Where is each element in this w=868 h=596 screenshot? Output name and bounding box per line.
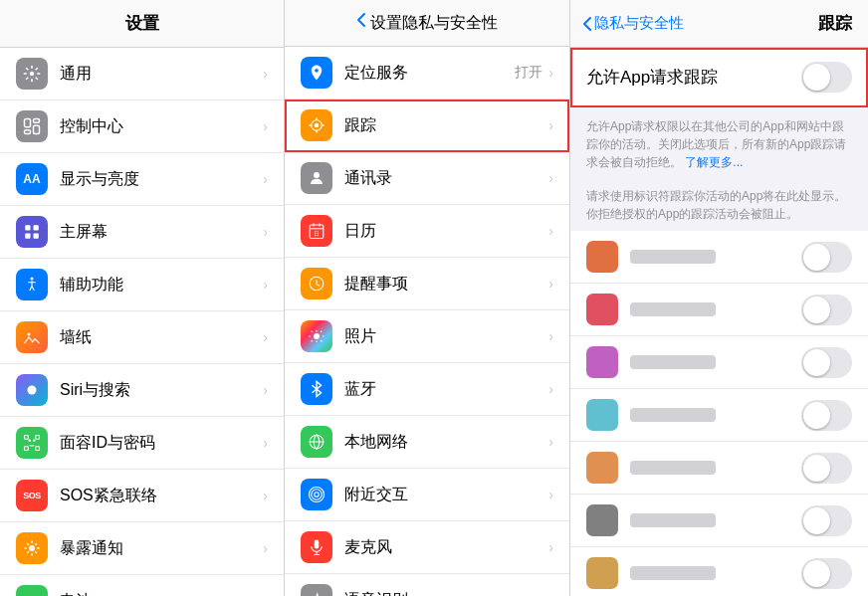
app5-icon	[586, 452, 618, 484]
general-chevron: ›	[263, 66, 268, 82]
app4-toggle[interactable]	[801, 400, 852, 431]
app7-toggle[interactable]	[801, 558, 852, 589]
bluetooth-chevron: ›	[548, 381, 553, 397]
general-label: 通用	[60, 64, 263, 85]
privacy-item-photos[interactable]: 照片 ›	[285, 310, 569, 363]
homescreen-label: 主屏幕	[60, 222, 263, 243]
app2-toggle[interactable]	[801, 295, 852, 325]
exposure-chevron: ›	[263, 540, 268, 556]
microphone-icon	[301, 531, 332, 563]
sidebar-item-control-center[interactable]: 控制中心 ›	[0, 100, 284, 153]
privacy-item-localnetwork[interactable]: 本地网络 ›	[285, 416, 569, 469]
svg-rect-15	[36, 447, 40, 451]
privacy-item-contacts[interactable]: 通讯录 ›	[285, 152, 569, 205]
reminders-label: 提醒事项	[344, 274, 548, 295]
reminders-chevron: ›	[548, 276, 553, 292]
sidebar-item-wallpaper[interactable]: 墙纸 ›	[0, 311, 284, 364]
sos-icon: SOS	[16, 480, 48, 511]
sidebar-item-sos[interactable]: SOS SOS紧急联络 ›	[0, 470, 284, 522]
svg-point-10	[28, 333, 31, 336]
exposure-label: 暴露通知	[60, 538, 263, 559]
faceid-label: 面容ID与密码	[60, 433, 263, 454]
svg-rect-4	[34, 125, 40, 133]
privacy-item-bluetooth[interactable]: 蓝牙 ›	[285, 363, 569, 416]
svg-point-0	[30, 72, 35, 77]
svg-rect-14	[25, 447, 29, 451]
contacts-label: 通讯录	[344, 168, 548, 189]
sidebar-item-battery[interactable]: 电池 ›	[0, 575, 284, 596]
faceid-icon	[16, 427, 48, 459]
accessibility-icon	[16, 269, 48, 300]
photos-icon	[301, 320, 332, 352]
allow-tracking-toggle[interactable]	[801, 62, 852, 93]
app1-toggle[interactable]	[801, 242, 852, 273]
app6-toggle[interactable]	[801, 505, 852, 536]
exposure-icon	[16, 532, 48, 564]
display-icon: AA	[16, 163, 48, 195]
app-tracking-item-6	[570, 495, 868, 547]
privacy-title: 隐私与安全性	[402, 13, 498, 34]
svg-rect-8	[34, 234, 39, 239]
allow-tracking-section: 允许App请求跟踪	[570, 48, 868, 107]
app3-icon	[586, 346, 618, 378]
battery-label: 电池	[60, 591, 263, 597]
privacy-back-label: 设置	[370, 14, 402, 31]
app-tracking-item-4	[570, 389, 868, 442]
privacy-item-reminders[interactable]: 提醒事项 ›	[285, 258, 569, 310]
general-icon	[16, 58, 48, 90]
svg-point-25	[314, 172, 320, 178]
calendar-icon: 日	[301, 215, 332, 247]
app2-name	[630, 302, 716, 316]
sos-chevron: ›	[263, 488, 268, 503]
app3-toggle[interactable]	[801, 347, 852, 378]
display-label: 显示与亮度	[60, 169, 263, 190]
sidebar-item-homescreen[interactable]: 主屏幕 ›	[0, 206, 284, 259]
sidebar-item-siri[interactable]: Siri与搜索 ›	[0, 364, 284, 417]
sidebar-item-exposure[interactable]: 暴露通知 ›	[0, 522, 284, 575]
tracking-back-button[interactable]: 隐私与安全性	[582, 14, 684, 33]
app6-icon	[586, 504, 618, 536]
nearby-label: 附近交互	[344, 485, 548, 505]
speech-label: 语音识别	[344, 590, 548, 597]
localnetwork-icon	[301, 426, 332, 458]
settings-header: 设置	[0, 0, 284, 48]
app-tracking-item-7	[570, 547, 868, 596]
app5-toggle[interactable]	[801, 453, 852, 484]
sidebar-item-accessibility[interactable]: 辅助功能 ›	[0, 259, 284, 311]
homescreen-icon	[16, 216, 48, 248]
privacy-item-location[interactable]: 定位服务 打开 ›	[285, 47, 569, 99]
siri-label: Siri与搜索	[60, 380, 263, 401]
svg-rect-5	[25, 225, 30, 230]
tracking-icon	[301, 109, 332, 141]
photos-chevron: ›	[548, 328, 553, 344]
app-tracking-item-1	[570, 231, 868, 284]
privacy-item-microphone[interactable]: 麦克风 ›	[285, 521, 569, 574]
privacy-item-speech[interactable]: 语音识别 ›	[285, 574, 569, 596]
control-center-chevron: ›	[263, 118, 268, 134]
sos-label: SOS紧急联络	[60, 486, 263, 506]
app-tracking-item-3	[570, 336, 868, 389]
sidebar-item-faceid[interactable]: 面容ID与密码 ›	[0, 417, 284, 470]
display-chevron: ›	[263, 171, 268, 187]
nearby-icon	[301, 479, 332, 510]
app3-name	[630, 355, 716, 369]
control-center-icon	[16, 110, 48, 142]
bluetooth-icon	[301, 373, 332, 405]
svg-rect-13	[36, 436, 40, 440]
sidebar-item-general[interactable]: 通用 ›	[0, 48, 284, 100]
microphone-chevron: ›	[548, 539, 553, 555]
svg-rect-2	[34, 119, 40, 123]
sidebar-item-display[interactable]: AA 显示与亮度 ›	[0, 153, 284, 206]
app-tracking-item-2	[570, 284, 868, 336]
privacy-column: 设置 隐私与安全性 定位服务 打开 › 跟踪 › 通讯录 ›	[284, 0, 569, 596]
learn-more-link[interactable]: 了解更多...	[685, 155, 743, 169]
app4-name	[630, 408, 716, 422]
privacy-back-button[interactable]: 设置	[356, 12, 402, 34]
privacy-item-nearby[interactable]: 附近交互 ›	[285, 469, 569, 521]
accessibility-label: 辅助功能	[60, 275, 263, 296]
accessibility-chevron: ›	[263, 277, 268, 293]
privacy-item-tracking[interactable]: 跟踪 ›	[285, 99, 569, 152]
privacy-item-calendar[interactable]: 日 日历 ›	[285, 205, 569, 258]
contacts-chevron: ›	[548, 170, 553, 186]
app-tracking-item-5	[570, 442, 868, 495]
